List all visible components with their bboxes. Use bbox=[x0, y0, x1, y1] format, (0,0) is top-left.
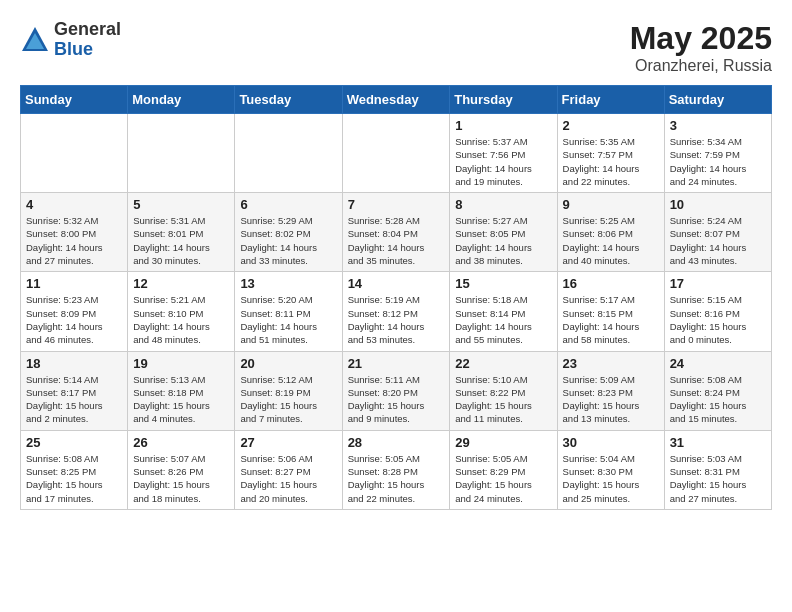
weekday-header-tuesday: Tuesday bbox=[235, 86, 342, 114]
weekday-header-friday: Friday bbox=[557, 86, 664, 114]
day-info: Sunrise: 5:32 AM Sunset: 8:00 PM Dayligh… bbox=[26, 214, 122, 267]
day-number: 30 bbox=[563, 435, 659, 450]
day-info: Sunrise: 5:18 AM Sunset: 8:14 PM Dayligh… bbox=[455, 293, 551, 346]
day-number: 19 bbox=[133, 356, 229, 371]
day-info: Sunrise: 5:07 AM Sunset: 8:26 PM Dayligh… bbox=[133, 452, 229, 505]
day-number: 29 bbox=[455, 435, 551, 450]
day-number: 20 bbox=[240, 356, 336, 371]
calendar-cell: 9Sunrise: 5:25 AM Sunset: 8:06 PM Daylig… bbox=[557, 193, 664, 272]
calendar-cell bbox=[128, 114, 235, 193]
calendar-cell: 13Sunrise: 5:20 AM Sunset: 8:11 PM Dayli… bbox=[235, 272, 342, 351]
calendar-cell: 3Sunrise: 5:34 AM Sunset: 7:59 PM Daylig… bbox=[664, 114, 771, 193]
day-info: Sunrise: 5:21 AM Sunset: 8:10 PM Dayligh… bbox=[133, 293, 229, 346]
day-number: 11 bbox=[26, 276, 122, 291]
calendar-cell: 2Sunrise: 5:35 AM Sunset: 7:57 PM Daylig… bbox=[557, 114, 664, 193]
day-number: 1 bbox=[455, 118, 551, 133]
day-info: Sunrise: 5:09 AM Sunset: 8:23 PM Dayligh… bbox=[563, 373, 659, 426]
day-info: Sunrise: 5:06 AM Sunset: 8:27 PM Dayligh… bbox=[240, 452, 336, 505]
day-info: Sunrise: 5:08 AM Sunset: 8:25 PM Dayligh… bbox=[26, 452, 122, 505]
day-info: Sunrise: 5:17 AM Sunset: 8:15 PM Dayligh… bbox=[563, 293, 659, 346]
calendar-cell: 6Sunrise: 5:29 AM Sunset: 8:02 PM Daylig… bbox=[235, 193, 342, 272]
calendar-table: SundayMondayTuesdayWednesdayThursdayFrid… bbox=[20, 85, 772, 510]
week-row-5: 25Sunrise: 5:08 AM Sunset: 8:25 PM Dayli… bbox=[21, 430, 772, 509]
day-info: Sunrise: 5:34 AM Sunset: 7:59 PM Dayligh… bbox=[670, 135, 766, 188]
day-number: 28 bbox=[348, 435, 445, 450]
calendar-cell bbox=[342, 114, 450, 193]
calendar-cell: 18Sunrise: 5:14 AM Sunset: 8:17 PM Dayli… bbox=[21, 351, 128, 430]
day-info: Sunrise: 5:27 AM Sunset: 8:05 PM Dayligh… bbox=[455, 214, 551, 267]
day-number: 4 bbox=[26, 197, 122, 212]
day-info: Sunrise: 5:25 AM Sunset: 8:06 PM Dayligh… bbox=[563, 214, 659, 267]
day-number: 5 bbox=[133, 197, 229, 212]
day-number: 9 bbox=[563, 197, 659, 212]
calendar-cell bbox=[21, 114, 128, 193]
day-number: 18 bbox=[26, 356, 122, 371]
calendar-cell bbox=[235, 114, 342, 193]
day-number: 8 bbox=[455, 197, 551, 212]
day-number: 12 bbox=[133, 276, 229, 291]
day-info: Sunrise: 5:13 AM Sunset: 8:18 PM Dayligh… bbox=[133, 373, 229, 426]
day-info: Sunrise: 5:20 AM Sunset: 8:11 PM Dayligh… bbox=[240, 293, 336, 346]
weekday-header-wednesday: Wednesday bbox=[342, 86, 450, 114]
day-info: Sunrise: 5:14 AM Sunset: 8:17 PM Dayligh… bbox=[26, 373, 122, 426]
calendar-cell: 15Sunrise: 5:18 AM Sunset: 8:14 PM Dayli… bbox=[450, 272, 557, 351]
day-info: Sunrise: 5:12 AM Sunset: 8:19 PM Dayligh… bbox=[240, 373, 336, 426]
day-info: Sunrise: 5:19 AM Sunset: 8:12 PM Dayligh… bbox=[348, 293, 445, 346]
calendar-cell: 17Sunrise: 5:15 AM Sunset: 8:16 PM Dayli… bbox=[664, 272, 771, 351]
calendar-cell: 29Sunrise: 5:05 AM Sunset: 8:29 PM Dayli… bbox=[450, 430, 557, 509]
calendar-cell: 11Sunrise: 5:23 AM Sunset: 8:09 PM Dayli… bbox=[21, 272, 128, 351]
day-number: 14 bbox=[348, 276, 445, 291]
logo: General Blue bbox=[20, 20, 121, 60]
weekday-header-monday: Monday bbox=[128, 86, 235, 114]
calendar-cell: 20Sunrise: 5:12 AM Sunset: 8:19 PM Dayli… bbox=[235, 351, 342, 430]
day-info: Sunrise: 5:23 AM Sunset: 8:09 PM Dayligh… bbox=[26, 293, 122, 346]
logo-icon bbox=[20, 25, 50, 55]
day-number: 13 bbox=[240, 276, 336, 291]
day-info: Sunrise: 5:29 AM Sunset: 8:02 PM Dayligh… bbox=[240, 214, 336, 267]
day-number: 3 bbox=[670, 118, 766, 133]
calendar-cell: 23Sunrise: 5:09 AM Sunset: 8:23 PM Dayli… bbox=[557, 351, 664, 430]
week-row-1: 1Sunrise: 5:37 AM Sunset: 7:56 PM Daylig… bbox=[21, 114, 772, 193]
day-number: 2 bbox=[563, 118, 659, 133]
calendar-cell: 19Sunrise: 5:13 AM Sunset: 8:18 PM Dayli… bbox=[128, 351, 235, 430]
day-info: Sunrise: 5:35 AM Sunset: 7:57 PM Dayligh… bbox=[563, 135, 659, 188]
day-number: 17 bbox=[670, 276, 766, 291]
day-number: 7 bbox=[348, 197, 445, 212]
day-info: Sunrise: 5:15 AM Sunset: 8:16 PM Dayligh… bbox=[670, 293, 766, 346]
week-row-3: 11Sunrise: 5:23 AM Sunset: 8:09 PM Dayli… bbox=[21, 272, 772, 351]
day-info: Sunrise: 5:11 AM Sunset: 8:20 PM Dayligh… bbox=[348, 373, 445, 426]
location-subtitle: Oranzherei, Russia bbox=[630, 57, 772, 75]
calendar-cell: 25Sunrise: 5:08 AM Sunset: 8:25 PM Dayli… bbox=[21, 430, 128, 509]
day-info: Sunrise: 5:24 AM Sunset: 8:07 PM Dayligh… bbox=[670, 214, 766, 267]
day-info: Sunrise: 5:08 AM Sunset: 8:24 PM Dayligh… bbox=[670, 373, 766, 426]
logo-general-text: General bbox=[54, 20, 121, 40]
calendar-cell: 21Sunrise: 5:11 AM Sunset: 8:20 PM Dayli… bbox=[342, 351, 450, 430]
calendar-cell: 16Sunrise: 5:17 AM Sunset: 8:15 PM Dayli… bbox=[557, 272, 664, 351]
calendar-cell: 30Sunrise: 5:04 AM Sunset: 8:30 PM Dayli… bbox=[557, 430, 664, 509]
weekday-header-saturday: Saturday bbox=[664, 86, 771, 114]
calendar-cell: 4Sunrise: 5:32 AM Sunset: 8:00 PM Daylig… bbox=[21, 193, 128, 272]
day-number: 15 bbox=[455, 276, 551, 291]
day-number: 31 bbox=[670, 435, 766, 450]
calendar-cell: 5Sunrise: 5:31 AM Sunset: 8:01 PM Daylig… bbox=[128, 193, 235, 272]
day-info: Sunrise: 5:10 AM Sunset: 8:22 PM Dayligh… bbox=[455, 373, 551, 426]
day-number: 6 bbox=[240, 197, 336, 212]
day-number: 22 bbox=[455, 356, 551, 371]
weekday-header-row: SundayMondayTuesdayWednesdayThursdayFrid… bbox=[21, 86, 772, 114]
title-block: May 2025 Oranzherei, Russia bbox=[630, 20, 772, 75]
day-info: Sunrise: 5:31 AM Sunset: 8:01 PM Dayligh… bbox=[133, 214, 229, 267]
day-info: Sunrise: 5:28 AM Sunset: 8:04 PM Dayligh… bbox=[348, 214, 445, 267]
logo-text: General Blue bbox=[54, 20, 121, 60]
calendar-cell: 24Sunrise: 5:08 AM Sunset: 8:24 PM Dayli… bbox=[664, 351, 771, 430]
day-number: 25 bbox=[26, 435, 122, 450]
page-header: General Blue May 2025 Oranzherei, Russia bbox=[20, 20, 772, 75]
calendar-cell: 26Sunrise: 5:07 AM Sunset: 8:26 PM Dayli… bbox=[128, 430, 235, 509]
week-row-2: 4Sunrise: 5:32 AM Sunset: 8:00 PM Daylig… bbox=[21, 193, 772, 272]
day-number: 16 bbox=[563, 276, 659, 291]
day-number: 24 bbox=[670, 356, 766, 371]
calendar-cell: 22Sunrise: 5:10 AM Sunset: 8:22 PM Dayli… bbox=[450, 351, 557, 430]
day-info: Sunrise: 5:03 AM Sunset: 8:31 PM Dayligh… bbox=[670, 452, 766, 505]
calendar-cell: 10Sunrise: 5:24 AM Sunset: 8:07 PM Dayli… bbox=[664, 193, 771, 272]
calendar-cell: 27Sunrise: 5:06 AM Sunset: 8:27 PM Dayli… bbox=[235, 430, 342, 509]
weekday-header-thursday: Thursday bbox=[450, 86, 557, 114]
